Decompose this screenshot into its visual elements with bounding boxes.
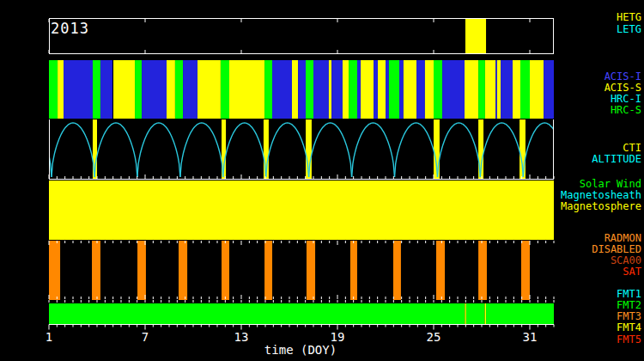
instrument-segment — [501, 60, 513, 119]
instrument-segment — [183, 60, 197, 119]
instrument-segment — [485, 60, 495, 119]
legend-label-fmt1: FMT1 — [617, 289, 641, 299]
instrument-segment — [331, 60, 343, 119]
telemetry-segment — [466, 303, 485, 324]
instrument-segment — [361, 60, 374, 119]
radmon-disabled-bar — [478, 241, 487, 300]
legend-label-fmt4: FMT4 — [617, 322, 641, 333]
magnetosphere-segment — [49, 180, 554, 240]
orbit-altitude-arc — [52, 123, 94, 177]
legend-label-hetg: HETG — [617, 12, 641, 22]
x-tick-label: 19 — [331, 330, 345, 344]
radmon-disabled-bar — [92, 241, 100, 300]
instrument-segment — [495, 60, 497, 119]
legend-label-radmon: RADMON — [605, 233, 641, 243]
instrument-segment — [404, 60, 416, 119]
orbit-altitude-arc — [180, 123, 223, 177]
telemetry-segment — [486, 303, 554, 324]
instrument-segment — [465, 60, 478, 119]
instrument-segment — [374, 60, 378, 119]
instrument-segment — [349, 60, 357, 119]
instrument-segment — [329, 60, 331, 119]
legend-label-acis-s: ACIS-S — [605, 83, 641, 93]
instrument-segment — [229, 60, 264, 119]
altitude-band — [9, 119, 566, 180]
instrument-segment — [513, 60, 520, 119]
orbit-altitude-arc — [137, 123, 180, 177]
radmon-disabled-bar — [264, 241, 272, 300]
telemetry-segment — [465, 303, 465, 324]
instrument-segment — [378, 60, 386, 119]
instrument-segment — [264, 60, 272, 119]
orbit-altitude-arc — [266, 123, 309, 177]
instrument-segment — [100, 60, 112, 119]
instrument-segment — [313, 60, 329, 119]
orbit-altitude-arc — [309, 123, 352, 177]
instrument-segment — [306, 60, 313, 119]
instrument-segment — [520, 60, 530, 119]
orbit-altitude-arc — [352, 123, 395, 177]
x-axis-title: time (DOY) — [264, 343, 337, 357]
year-label: 2013 — [51, 20, 89, 37]
x-tick-label: 7 — [142, 330, 149, 344]
instrument-segment — [425, 60, 434, 119]
radmon-disabled-bar — [179, 241, 187, 300]
x-tick-label: 1 — [46, 330, 52, 344]
legend-label-letg: LETG — [617, 24, 641, 34]
radmon-disabled-bar — [393, 241, 401, 300]
orbit-altitude-arc — [480, 123, 523, 177]
instrument-segment — [357, 60, 361, 119]
orbit-altitude-arc — [94, 123, 137, 177]
instrument-segment — [478, 60, 485, 119]
radmon-disabled-bar — [137, 241, 146, 300]
radmon-disabled-bar — [350, 241, 357, 300]
legend-label-hrc-i: HRC-I — [611, 94, 641, 104]
gratings-band — [49, 19, 554, 54]
radmon-band — [49, 241, 554, 300]
instrument-segment — [64, 60, 93, 119]
orbit-altitude-arc — [438, 123, 481, 177]
instrument-segment — [442, 60, 465, 119]
instrument-segment — [343, 60, 349, 119]
instrument-segment — [142, 60, 167, 119]
legend-label-magnetosheath: Magnetosheath — [561, 190, 641, 200]
radmon-disabled-bar — [436, 241, 445, 300]
instrument-segment — [272, 60, 292, 119]
instrument-segment — [135, 60, 142, 119]
legend-label-fmt5: FMT5 — [617, 334, 641, 345]
instrument-segment — [58, 60, 64, 119]
telemetry-band — [49, 300, 554, 324]
legend-label-cti: CTI — [623, 143, 641, 153]
legend-label-altitude: ALTITUDE — [592, 154, 641, 164]
instrument-segment — [113, 60, 135, 119]
legend-label-magnetosphere: Magnetosphere — [561, 201, 641, 211]
instrument-segment — [389, 60, 399, 119]
instrument-segment — [197, 60, 221, 119]
instrument-segment — [399, 60, 404, 119]
instrument-segment — [221, 60, 229, 119]
orbit-altitude-arc — [223, 123, 266, 177]
orbit-altitude-arc — [9, 123, 52, 177]
instrument-segment — [386, 60, 389, 119]
hetg-insert-block — [465, 19, 486, 53]
instrument-segment — [167, 60, 175, 119]
altitude-clipped — [9, 119, 566, 180]
legend-label-disabled: DISABLED — [592, 244, 641, 254]
x-tick-label: 13 — [234, 330, 249, 344]
x-tick-label: 31 — [523, 330, 538, 344]
chandra-schedule-plot: 2013 HETGLETGACIS-IACIS-SHRC-IHRC-SCTIAL… — [0, 0, 644, 361]
radmon-disabled-bar — [307, 241, 315, 300]
instrument-segment — [416, 60, 425, 119]
legend-label-hrc-s: HRC-S — [611, 105, 641, 115]
legend-label-solar-wind: Solar Wind — [580, 179, 641, 189]
telemetry-segment — [49, 303, 465, 324]
legend-label-fmt2: FMT2 — [617, 300, 641, 310]
instruments-band — [49, 60, 554, 119]
plot-canvas — [0, 0, 644, 361]
legend-label-sat: SAT — [623, 266, 641, 277]
instrument-segment — [49, 60, 58, 119]
radmon-disabled-bar — [521, 241, 530, 300]
instrument-segment — [497, 60, 501, 119]
radmon-disabled-bar — [49, 241, 60, 300]
legend-label-acis-i: ACIS-I — [605, 71, 641, 82]
